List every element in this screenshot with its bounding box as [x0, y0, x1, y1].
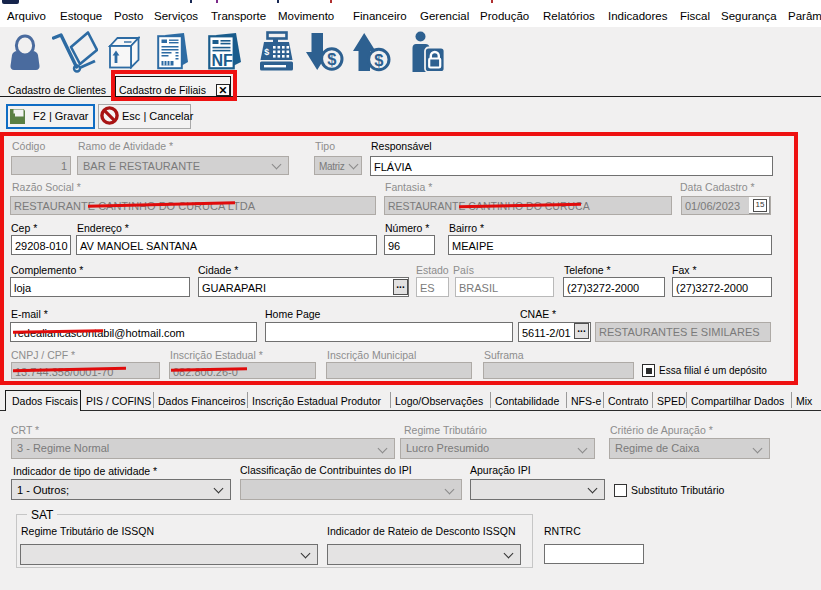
svg-text:$: $ — [374, 51, 383, 69]
svg-text:$: $ — [327, 50, 336, 68]
svg-text:$: $ — [264, 47, 269, 57]
svg-text:NF: NF — [212, 52, 234, 69]
